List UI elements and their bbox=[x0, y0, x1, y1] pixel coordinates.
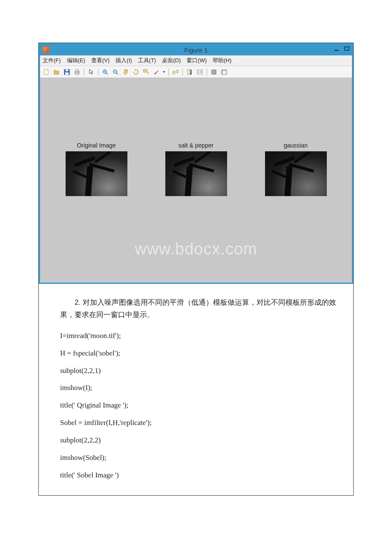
code-line: Sobel = imfilter(I,H,'replicate'); bbox=[60, 417, 340, 429]
svg-rect-4 bbox=[66, 69, 68, 71]
titlebar: Figure 1 bbox=[40, 44, 352, 55]
code-line: title(' Sobel Image ') bbox=[60, 469, 340, 482]
hide-tools-icon[interactable] bbox=[209, 67, 219, 77]
svg-rect-5 bbox=[65, 72, 69, 75]
window-title: Figure 1 bbox=[40, 46, 352, 54]
pan-icon[interactable] bbox=[121, 67, 130, 77]
question-2: 2. 对加入噪声图像选用不同的平滑（低通）模板做运算，对比不同模板所形成的效果，… bbox=[60, 297, 340, 321]
figure-window: Figure 1 文件(F) 编辑(E) 查看(V) 插入(I) 工具(T) 桌… bbox=[39, 43, 353, 284]
separator bbox=[168, 68, 169, 76]
dropdown-icon[interactable] bbox=[162, 67, 166, 77]
menubar: 文件(F) 编辑(E) 查看(V) 插入(I) 工具(T) 桌面(D) 窗口(W… bbox=[40, 55, 352, 66]
menu-file[interactable]: 文件(F) bbox=[43, 57, 61, 64]
open-icon[interactable] bbox=[52, 67, 61, 77]
svg-rect-21 bbox=[197, 70, 202, 74]
subplot-2: salt & pepper bbox=[162, 142, 230, 196]
pointer-icon[interactable] bbox=[86, 67, 96, 77]
toolbar bbox=[40, 66, 352, 78]
gaussian-image bbox=[265, 151, 327, 196]
menu-window[interactable]: 窗口(W) bbox=[187, 57, 207, 64]
code-line: imshow(I); bbox=[60, 382, 340, 394]
print-icon[interactable] bbox=[72, 67, 82, 77]
save-icon[interactable] bbox=[62, 67, 72, 77]
svg-rect-19 bbox=[187, 69, 189, 75]
svg-rect-8 bbox=[76, 73, 78, 75]
subplot-1: Original Image bbox=[62, 142, 130, 196]
window-controls bbox=[333, 45, 350, 52]
data-cursor-icon[interactable] bbox=[141, 67, 151, 77]
salt-pepper-image bbox=[165, 151, 227, 196]
svg-line-18 bbox=[156, 71, 158, 73]
link-icon[interactable] bbox=[171, 67, 180, 77]
svg-rect-16 bbox=[144, 69, 147, 72]
menu-desktop[interactable]: 桌面(D) bbox=[162, 57, 181, 64]
menu-help[interactable]: 帮助(H) bbox=[213, 57, 231, 64]
document-text: 2. 对加入噪声图像选用不同的平滑（低通）模板做运算，对比不同模板所形成的效果，… bbox=[39, 284, 353, 495]
menu-insert[interactable]: 插入(I) bbox=[115, 57, 132, 64]
brush-icon[interactable] bbox=[152, 67, 161, 77]
colorbar-icon[interactable] bbox=[185, 67, 194, 77]
subplot-title: gaussian bbox=[262, 142, 330, 149]
svg-line-14 bbox=[116, 73, 118, 75]
separator bbox=[207, 68, 207, 76]
subplot-title: Original Image bbox=[62, 142, 130, 149]
code-line: subplot(2,2,1) bbox=[60, 365, 340, 377]
subplot-title: salt & pepper bbox=[162, 142, 230, 149]
code-line: imshow(Sobel); bbox=[60, 452, 340, 464]
show-tools-icon[interactable] bbox=[219, 67, 229, 77]
svg-rect-7 bbox=[76, 69, 78, 71]
separator bbox=[98, 68, 98, 76]
svg-rect-20 bbox=[190, 69, 192, 75]
svg-rect-1 bbox=[345, 47, 349, 50]
maximize-button[interactable] bbox=[343, 45, 350, 52]
new-icon[interactable] bbox=[42, 67, 51, 77]
code-line: H = fspecial('sobel'); bbox=[60, 347, 340, 360]
svg-rect-26 bbox=[212, 70, 216, 74]
figure-canvas: Original Image salt & pepper bbox=[40, 78, 352, 283]
rotate-icon[interactable] bbox=[131, 67, 141, 77]
original-image bbox=[66, 151, 127, 196]
separator bbox=[182, 68, 183, 76]
minimize-button[interactable] bbox=[333, 45, 340, 52]
zoom-out-icon[interactable] bbox=[111, 67, 120, 77]
legend-icon[interactable] bbox=[195, 67, 205, 77]
svg-line-10 bbox=[106, 73, 108, 75]
svg-line-17 bbox=[147, 72, 149, 74]
separator bbox=[84, 68, 84, 76]
svg-rect-29 bbox=[222, 70, 227, 71]
watermark: www.bdocx.com bbox=[40, 240, 352, 258]
code-line: I=imread('moon.tif'); bbox=[60, 330, 340, 342]
zoom-in-icon[interactable] bbox=[101, 67, 110, 77]
code-line: title(' Qriginal Image '); bbox=[60, 399, 340, 412]
menu-edit[interactable]: 编辑(E) bbox=[67, 57, 85, 64]
subplot-3: gaussian bbox=[262, 142, 330, 196]
menu-tools[interactable]: 工具(T) bbox=[138, 57, 156, 64]
code-line: subplot(2,2,2) bbox=[60, 434, 340, 447]
menu-view[interactable]: 查看(V) bbox=[91, 57, 110, 64]
